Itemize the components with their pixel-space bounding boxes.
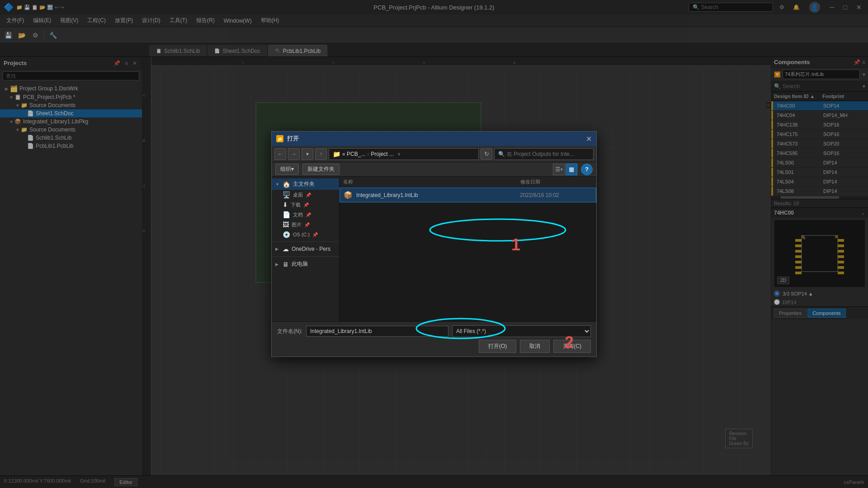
dialog-down-button[interactable]: ▾: [302, 148, 313, 160]
sidebar-item-downloads[interactable]: ⬇ 下载 📌: [272, 200, 339, 210]
footer-buttons: 打开(O) 取消 关闭(C): [277, 340, 591, 353]
dialog-back-button[interactable]: ←: [274, 148, 286, 160]
dialog-cancel-button[interactable]: 取消: [520, 340, 550, 353]
sidebar-item-main-folder[interactable]: ▼ 🏠 主文件夹: [272, 178, 339, 190]
dialog-search-input[interactable]: [507, 151, 579, 157]
dialog-actions: 组织▾ 新建文件夹 ☰ ▾ ▦ ?: [272, 162, 596, 177]
pictures-pin-icon: 📌: [304, 222, 310, 227]
main-folder-label: 主文件夹: [293, 180, 315, 188]
sidebar-item-onedrive[interactable]: ▶ ☁ OneDrive - Pers: [272, 244, 339, 254]
pictures-icon: 🖼: [283, 221, 289, 228]
dialog-search[interactable]: 🔍: [494, 148, 594, 160]
filename-row: 文件名(N): All Files (*.*): [277, 325, 591, 337]
dialog-new-folder-button[interactable]: 新建文件夹: [302, 164, 340, 175]
annotation-1: 1: [511, 235, 520, 254]
dialog-search-icon: 🔍: [498, 151, 505, 157]
dialog-path-part1: « PCB_...: [342, 151, 365, 157]
sidebar-item-os-c[interactable]: 💿 OS (C:) 📌: [272, 230, 339, 239]
filetype-dropdown[interactable]: All Files (*.*): [452, 325, 591, 337]
svg-point-18: [430, 219, 566, 241]
dialog-refresh-button[interactable]: ↻: [481, 148, 492, 160]
file-open-dialog: 📁 打开 ✕ ← → ▾ ↑ 📁 « PCB_... › Project ...…: [271, 131, 597, 357]
dialog-titlebar: 📁 打开 ✕: [272, 131, 596, 146]
dialog-path-dropdown-icon[interactable]: ∨: [397, 151, 401, 156]
file-intlib-icon: 📦: [344, 191, 353, 199]
file-circle-annotation: [428, 216, 572, 244]
main-folder-expand-icon: ▼: [275, 182, 280, 187]
view-list-icon: ☰: [555, 166, 561, 173]
this-pc-label: 此电脑: [292, 260, 308, 268]
desktop-icon: 🖥️: [283, 191, 290, 198]
sidebar-item-pictures[interactable]: 🖼 图片 📌: [272, 220, 339, 230]
dialog-close-button[interactable]: ✕: [586, 135, 592, 143]
dialog-toolbar: ← → ▾ ↑ 📁 « PCB_... › Project ... ∨ ↻ 🔍: [272, 146, 596, 162]
file-item-intlib[interactable]: 📦 Integrated_Library1.IntLib 2022/6/16 1…: [340, 188, 596, 202]
dialog-file-area: 名称 修改日期 📦 Integrated_Library1.IntLib 202…: [340, 177, 596, 321]
onedrive-label: OneDrive - Pers: [292, 246, 330, 252]
dialog-up-button[interactable]: ↑: [315, 148, 327, 160]
sidebar-item-desktop[interactable]: 🖥️ 桌面 📌: [272, 190, 339, 200]
view-list-arrow[interactable]: ▾: [561, 167, 563, 172]
sidebar-separator-1: [272, 241, 339, 242]
dialog-close-file-button[interactable]: 关闭(C): [553, 340, 591, 353]
dialog-forward-button[interactable]: →: [288, 148, 300, 160]
sidebar-separator-2: [272, 256, 339, 257]
dialog-title: 📁 打开: [276, 135, 299, 143]
dialog-path-arrow-1: ›: [367, 151, 369, 157]
open-btn-wrapper: 打开(O): [479, 340, 516, 353]
os-c-icon: 💿: [283, 231, 290, 238]
dialog-body: ▼ 🏠 主文件夹 🖥️ 桌面 📌 ⬇ 下载 📌 📄 文档 📌: [272, 177, 596, 321]
downloads-icon: ⬇: [283, 201, 288, 208]
downloads-pin-icon: 📌: [303, 202, 309, 207]
dialog-sidebar: ▼ 🏠 主文件夹 🖥️ 桌面 📌 ⬇ 下载 📌 📄 文档 📌: [272, 177, 340, 321]
dialog-view-list-button[interactable]: ☰ ▾: [553, 164, 565, 175]
file-col-name[interactable]: 名称: [343, 178, 520, 185]
dialog-title-text: 打开: [287, 135, 299, 143]
file-dialog-overlay: 📁 打开 ✕ ← → ▾ ↑ 📁 « PCB_... › Project ...…: [0, 0, 868, 488]
dialog-path-breadcrumb[interactable]: 📁 « PCB_... › Project ... ∨: [329, 148, 479, 160]
dialog-org-button[interactable]: 组织▾: [275, 164, 299, 175]
this-pc-expand-icon: ▶: [275, 262, 280, 267]
file-intlib-name: Integrated_Library1.IntLib: [356, 192, 520, 198]
documents-pin-icon: 📌: [306, 212, 311, 217]
documents-icon: 📄: [283, 211, 290, 218]
dialog-help-button[interactable]: ?: [581, 164, 593, 175]
dialog-footer: 文件名(N): All Files (*.*) 打开(O) 取消 关闭(C) 2: [272, 321, 596, 357]
pictures-label: 图片: [292, 221, 302, 228]
file-col-date[interactable]: 修改日期: [520, 178, 593, 185]
view-toggle: ☰ ▾ ▦: [553, 164, 577, 175]
sidebar-item-this-pc[interactable]: ▶ 🖥 此电脑: [272, 258, 339, 270]
main-folder-icon: 🏠: [283, 181, 290, 188]
this-pc-icon: 🖥: [283, 261, 289, 268]
dialog-path-part2: Project ...: [371, 151, 394, 157]
downloads-label: 下载: [291, 202, 301, 208]
onedrive-expand-icon: ▶: [275, 247, 280, 251]
onedrive-icon: ☁: [283, 245, 289, 253]
file-intlib-date: 2022/6/16 10:02: [520, 192, 592, 198]
dialog-view-grid-button[interactable]: ▦: [566, 164, 577, 175]
sidebar-item-documents[interactable]: 📄 文档 📌: [272, 210, 339, 220]
os-c-pin-icon: 📌: [312, 232, 318, 237]
filename-label: 文件名(N):: [277, 328, 302, 335]
file-list-header: 名称 修改日期: [340, 177, 596, 188]
desktop-pin-icon: 📌: [306, 192, 311, 197]
desktop-label: 桌面: [293, 192, 303, 198]
dialog-title-icon: 📁: [276, 135, 283, 142]
filename-input[interactable]: [306, 326, 448, 337]
dialog-open-button[interactable]: 打开(O): [479, 340, 516, 353]
dialog-path-folder-icon: 📁: [333, 150, 340, 158]
os-c-label: OS (C:): [293, 232, 310, 237]
documents-label: 文档: [293, 211, 303, 218]
